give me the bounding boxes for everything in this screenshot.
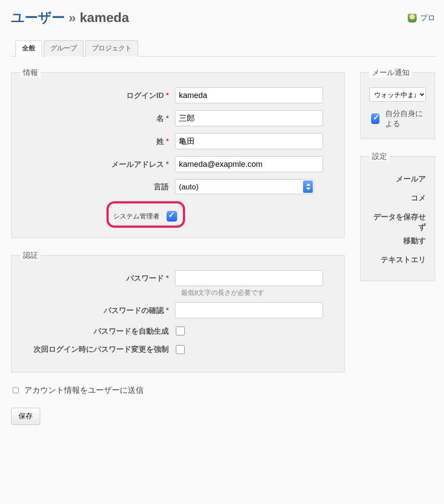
mail-notification-select[interactable]: ウォッチ中または自 [369,87,426,102]
send-info-row: アカウント情報をユーザーに送信 [11,385,345,395]
auth-legend: 認証 [20,250,41,260]
force-change-label: 次回ログイン時にパスワード変更を強制 [20,344,175,355]
settings-legend: 設定 [369,151,390,162]
login-id-label: ログインID [20,90,175,101]
tabs: 全般 グループ プロジェクト [11,40,435,56]
users-breadcrumb-link[interactable]: ユーザー [11,10,65,25]
tab-groups[interactable]: グループ [44,40,83,56]
settings-comment-label: コメ [369,190,426,209]
mail-notification-legend: メール通知 [369,68,412,78]
no-self-notified-label: 自分自身による [385,109,426,129]
login-id-input[interactable] [175,87,323,103]
email-input[interactable] [175,156,323,172]
generate-password-checkbox[interactable] [176,327,185,335]
lastname-input[interactable] [175,133,323,149]
firstname-input[interactable] [175,110,323,126]
page-title: ユーザー » kameda [11,9,129,27]
mail-notification-fieldset: メール通知 ウォッチ中または自 自分自身による [360,68,435,139]
settings-data-warn2-label: 移動す [369,233,426,252]
settings-mail-address-label: メールア [369,171,426,190]
profile-link[interactable]: プロ [408,13,435,23]
settings-data-warn-label: データを保存せず [369,209,426,233]
admin-highlight: システム管理者 [106,201,185,228]
password-hint: 最低8文字の長さが必要です [181,289,335,297]
password-confirm-label: パスワードの確認 [20,305,175,316]
tab-general[interactable]: 全般 [15,40,42,56]
password-confirm-input[interactable] [175,302,323,318]
info-fieldset: 情報 ログインID 名 姓 メールアドレス 言語 [11,68,345,238]
lastname-label: 姓 [20,136,175,147]
send-info-label: アカウント情報をユーザーに送信 [24,385,144,395]
user-icon [408,14,417,23]
password-label: パスワード [20,273,175,283]
settings-fieldset: 設定 メールア コメ データを保存せず 移動す テキストエリ [360,151,435,281]
breadcrumb-username: kameda [80,10,129,25]
send-info-checkbox[interactable] [13,387,19,393]
email-label: メールアドレス [20,159,175,169]
profile-link-label: プロ [420,13,435,23]
breadcrumb-arrow: » [68,10,76,25]
language-label: 言語 [20,182,175,192]
settings-textarea-label: テキストエリ [369,252,426,271]
admin-label: システム管理者 [113,212,165,221]
force-change-checkbox[interactable] [176,345,185,354]
password-input[interactable] [175,270,323,286]
language-select[interactable]: (auto) [175,179,314,194]
auth-fieldset: 認証 パスワード 最低8文字の長さが必要です パスワードの確認 パスワードを自動… [11,250,345,372]
generate-password-label: パスワードを自動生成 [20,326,175,336]
save-button[interactable]: 保存 [11,408,40,425]
info-legend: 情報 [20,68,41,78]
tab-projects[interactable]: プロジェクト [85,40,138,56]
firstname-label: 名 [20,113,175,124]
admin-checkbox[interactable] [167,211,177,222]
no-self-notified-checkbox[interactable] [371,113,379,124]
